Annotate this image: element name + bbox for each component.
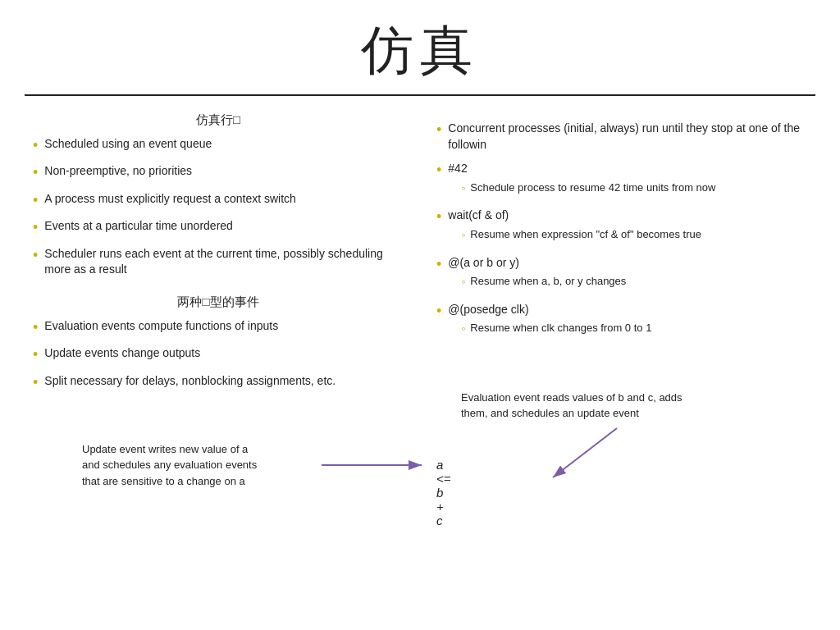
page-header: 仿真 [0,0,840,94]
section1-title: 仿真行□ [33,112,404,128]
list-item-text: @(posedge clk) [448,303,528,316]
list-item-text: Concurrent processes (initial, always) r… [448,121,807,153]
list-item-text: Update events change outputs [44,345,200,362]
sub-list-item: ◦ Resume when expression "cf & of" becom… [461,227,701,244]
list-item: • Scheduled using an event queue [33,136,404,155]
sub-list-item: ◦ Resume when clk changes from 0 to 1 [461,321,651,337]
bullet-icon: • [436,255,441,274]
bullet-icon: • [33,373,38,392]
bullet-icon: • [33,318,38,337]
sub-list-item: ◦ Resume when a, b, or y changes [461,274,626,290]
sub-list-item: ◦ Schedule process to resume 42 time uni… [461,180,715,197]
bullet-icon: • [33,246,38,265]
list-item-text: Non-preemptive, no priorities [44,163,192,180]
bullet-icon: • [33,163,38,182]
sub-bullet-icon: ◦ [461,274,465,290]
list-item: • A process must explicitly request a co… [33,191,404,210]
bullet-icon: • [436,302,441,321]
bullet-icon: • [436,208,441,226]
bullet-icon: • [33,136,38,155]
bullet-icon: • [436,121,441,139]
right-column: • Concurrent processes (initial, always)… [420,104,807,515]
list-item: • @(a or b or y) ◦ Resume when a, b, or … [436,255,807,294]
list-item: • @(posedge clk) ◦ Resume when clk chang… [436,302,807,340]
section1-list: • Scheduled using an event queue • Non-p… [33,136,404,278]
update-note: Update event writes new value of a and s… [82,441,257,490]
eval-diagram: Evaluation event reads values of b and c… [436,390,807,496]
bullet-icon: • [33,218,38,237]
list-item: • wait(cf & of) ◦ Resume when expression… [436,208,807,246]
list-item: • Update events change outputs [33,345,404,364]
bullet-icon: • [33,191,38,210]
list-item-text: Events at a particular time unordered [44,218,233,235]
eval-note: Evaluation event reads values of b and c… [461,390,699,422]
list-item: • #42 ◦ Schedule process to resume 42 ti… [436,161,807,199]
list-item: • Non-preemptive, no priorities [33,163,404,182]
left-column: 仿真行□ • Scheduled using an event queue • … [33,104,420,515]
list-item-block: @(a or b or y) ◦ Resume when a, b, or y … [448,255,626,294]
list-item-text: A process must explicitly request a cont… [44,191,296,208]
list-item: • Concurrent processes (initial, always)… [436,121,807,153]
sub-bullet-icon: ◦ [461,227,465,244]
list-item-block: wait(cf & of) ◦ Resume when expression "… [448,208,701,246]
main-content: 仿真行□ • Scheduled using an event queue • … [0,96,840,515]
list-item-text: Scheduler runs each event at the current… [44,246,404,278]
bullet-icon: • [436,161,441,180]
list-item-block: #42 ◦ Schedule process to resume 42 time… [448,161,715,199]
sub-item-text: Resume when expression "cf & of" becomes… [470,227,701,242]
list-item-text: Evaluation events compute functions of i… [44,318,278,335]
bullet-icon: • [33,345,38,364]
sub-item-text: Schedule process to resume 42 time units… [470,180,715,195]
sub-bullet-icon: ◦ [461,180,465,197]
section2-title: 两种□型的事件 [33,294,404,310]
list-item-text: @(a or b or y) [448,256,519,269]
list-item-text: wait(cf & of) [448,208,509,221]
list-item: • Scheduler runs each event at the curre… [33,246,404,278]
list-item-block: @(posedge clk) ◦ Resume when clk changes… [448,302,651,340]
page-title: 仿真 [0,15,840,86]
sub-item-text: Resume when clk changes from 0 to 1 [470,321,651,336]
list-item: • Evaluation events compute functions of… [33,318,404,337]
sub-item-text: Resume when a, b, or y changes [470,274,626,289]
section2-list: • Evaluation events compute functions of… [33,318,404,392]
list-item: • Split necessary for delays, nonblockin… [33,373,404,392]
list-item-text: Split necessary for delays, nonblocking … [44,373,336,390]
list-item-text: #42 [448,162,467,175]
diag-arrow [543,427,625,484]
list-item-text: Scheduled using an event queue [44,136,212,153]
diagram-area: Update event writes new value of a and s… [33,409,404,515]
svg-line-3 [553,428,617,477]
right-arrow [322,459,428,471]
list-item: • Events at a particular time unordered [33,218,404,237]
sub-bullet-icon: ◦ [461,321,465,337]
right-list: • Concurrent processes (initial, always)… [436,121,807,340]
